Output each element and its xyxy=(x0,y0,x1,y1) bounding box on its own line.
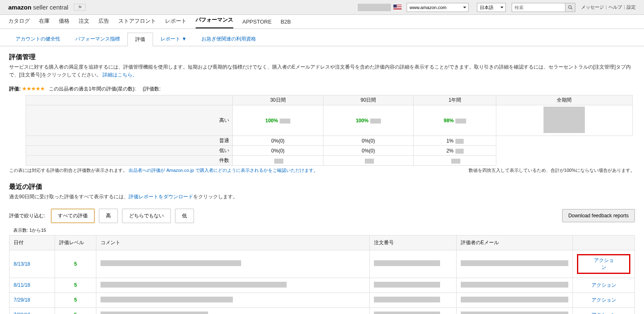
settings-link[interactable]: 設定 xyxy=(627,5,636,10)
date-link[interactable]: 7/29/18 xyxy=(14,297,30,303)
filter-btn-1[interactable]: 高 xyxy=(99,209,118,223)
filter-btn-3[interactable]: 低 xyxy=(175,209,194,223)
foot-link-1[interactable]: 出品者への評価が xyxy=(129,168,165,173)
search-button[interactable] xyxy=(565,3,575,12)
help-link[interactable]: ヘルプ xyxy=(608,5,622,10)
action-link[interactable]: アクション xyxy=(577,282,630,289)
table-row: 8/13/185アクション xyxy=(10,250,635,278)
sub-nav-item-4[interactable]: お急ぎ便関連の利用資格 xyxy=(194,33,263,45)
filter-label: 評価で絞り込む: xyxy=(9,212,45,219)
seller-name-redacted xyxy=(358,4,391,11)
recent-title: 最近の評価 xyxy=(9,183,635,191)
table-row: 7/28/185アクション xyxy=(10,307,635,314)
stars-icon: ★★★★★ xyxy=(22,86,45,92)
nav-item-5[interactable]: ストアフロント xyxy=(118,14,156,29)
nav-item-0[interactable]: カタログ xyxy=(8,14,30,29)
page-title: 評価管理 xyxy=(9,53,635,62)
table-row: 8/11/185アクション xyxy=(10,278,635,293)
download-report-link[interactable]: 評価レポートをダウンロード xyxy=(129,194,193,200)
main-nav: カタログ在庫価格注文広告ストアフロントレポートパフォーマンスAPPSTOREB2… xyxy=(0,15,644,29)
foot-link-2[interactable]: Amazon.co.jp xyxy=(166,168,194,173)
sub-nav-item-1[interactable]: パフォーマンス指標 xyxy=(68,33,127,45)
nav-item-9[interactable]: B2B xyxy=(281,15,291,29)
action-link[interactable]: アクション xyxy=(593,257,614,271)
more-link[interactable]: 詳細はこちら。 xyxy=(103,72,137,78)
sub-nav-item-2[interactable]: 評価 xyxy=(127,33,153,46)
nav-item-8[interactable]: APPSTORE xyxy=(242,15,272,29)
flag-icon[interactable]: ⚑ xyxy=(74,4,86,11)
table-row: 7/29/185アクション xyxy=(10,293,635,307)
top-links: メッセージ|ヘルプ|設定 xyxy=(581,4,636,10)
filter-buttons: すべての評価高どちらでもない低 xyxy=(51,209,194,223)
download-feedback-button[interactable]: Download feedback reports xyxy=(562,209,635,222)
summary-table: 30日間90日間1年間全期間高い100%100%98%普通0%(0)0%(0)1… xyxy=(26,95,633,166)
sub-nav: アカウントの健全性パフォーマンス指標評価レポート ▼お急ぎ便関連の利用資格 xyxy=(0,29,644,46)
sub-nav-item-3[interactable]: レポート ▼ xyxy=(153,33,194,45)
top-bar: amazon seller central ⚑ www.amazon.com 日… xyxy=(0,0,644,15)
nav-item-7[interactable]: パフォーマンス xyxy=(196,12,233,29)
nav-item-6[interactable]: レポート xyxy=(165,14,187,29)
nav-item-2[interactable]: 価格 xyxy=(59,14,69,29)
svg-point-0 xyxy=(568,5,571,8)
marketplace-select[interactable]: www.amazon.com xyxy=(407,3,469,12)
rating-summary-line: 評価: ★★★★★ この出品者の過去1年間の評価(星の数): (評価数: xyxy=(9,86,635,93)
recent-desc: 過去90日間に受け取った評価をすべて表示するには、評価レポートをダウンロードをク… xyxy=(9,193,635,201)
date-link[interactable]: 8/11/18 xyxy=(14,282,30,288)
foot-link-3[interactable]: で購入者にどのように表示されるかをご確認いただけます。 xyxy=(195,168,318,173)
search-input[interactable] xyxy=(512,3,565,12)
display-count: 表示数: 1から15 xyxy=(13,227,635,233)
us-flag-icon xyxy=(393,5,402,10)
filter-row: 評価で絞り込む: すべての評価高どちらでもない低 Download feedba… xyxy=(9,209,635,223)
search-icon xyxy=(568,5,573,10)
nav-item-1[interactable]: 在庫 xyxy=(39,14,50,29)
date-link[interactable]: 7/28/18 xyxy=(14,312,30,314)
filter-btn-0[interactable]: すべての評価 xyxy=(51,209,95,223)
nav-item-3[interactable]: 注文 xyxy=(79,14,89,29)
filter-btn-2[interactable]: どちらでもない xyxy=(122,209,171,223)
svg-line-1 xyxy=(571,8,572,9)
summary-footnote: この表には対応する評価の割合と評価数が表示されます。 出品者への評価が Amaz… xyxy=(9,167,635,174)
messages-link[interactable]: メッセージ xyxy=(581,5,604,10)
logo: amazon seller central xyxy=(8,4,68,11)
action-link[interactable]: アクション xyxy=(577,297,630,304)
action-link[interactable]: アクション xyxy=(577,312,630,314)
sub-nav-item-0[interactable]: アカウントの健全性 xyxy=(8,33,68,45)
date-link[interactable]: 8/13/18 xyxy=(14,261,30,267)
feedback-table: 日付評価レベルコメント注文番号評価者のEメール8/13/185アクション8/11… xyxy=(9,235,635,314)
nav-item-4[interactable]: 広告 xyxy=(98,14,109,29)
page-desc: サービスに対する購入者の満足度を追跡するには、評価管理機能を使用します。短期およ… xyxy=(9,63,635,79)
language-select[interactable]: 日本語 xyxy=(477,3,506,12)
